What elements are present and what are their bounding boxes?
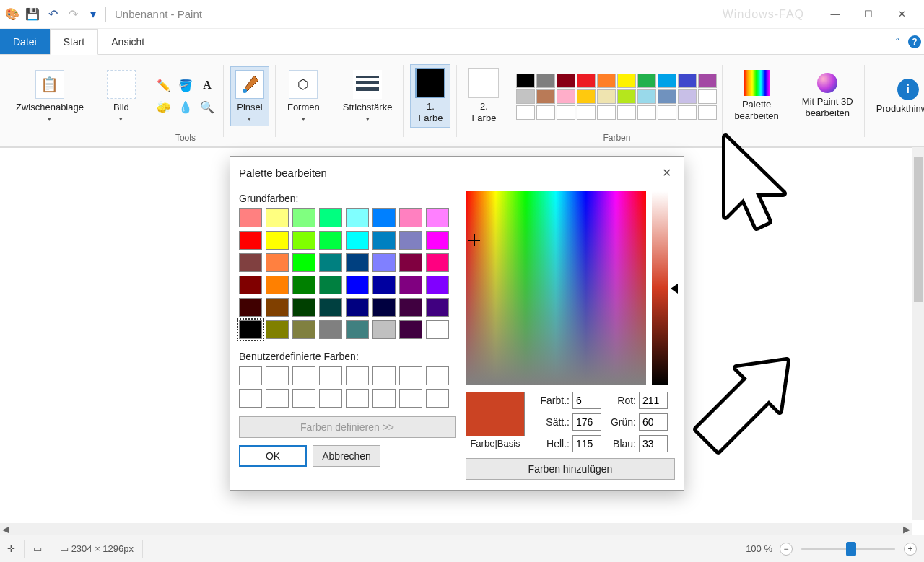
palette-swatch[interactable] (536, 74, 555, 88)
tab-view[interactable]: Ansicht (98, 29, 157, 54)
custom-color-slot[interactable] (239, 389, 262, 408)
basic-color-swatch[interactable] (239, 298, 262, 317)
custom-color-slot[interactable] (319, 366, 342, 385)
basic-color-swatch[interactable] (319, 231, 342, 250)
palette-swatch[interactable] (597, 105, 616, 120)
basic-color-swatch[interactable] (266, 208, 289, 227)
basic-color-swatch[interactable] (239, 208, 262, 227)
redo-icon[interactable]: ↷ (66, 8, 79, 21)
basic-color-swatch[interactable] (266, 298, 289, 317)
basic-color-swatch[interactable] (372, 298, 396, 317)
custom-color-slot[interactable] (372, 389, 396, 408)
custom-color-slot[interactable] (319, 389, 342, 408)
palette-swatch[interactable] (597, 89, 616, 104)
shapes-button[interactable]: ⬡ Formen ▾ (283, 67, 324, 126)
stroke-button[interactable]: Strichstärke ▾ (339, 67, 397, 126)
lum-input[interactable] (572, 435, 601, 452)
hue-input[interactable] (572, 392, 601, 409)
palette-swatch[interactable] (577, 89, 596, 104)
custom-color-slot[interactable] (266, 366, 289, 385)
zoom-slider[interactable] (801, 548, 895, 550)
custom-color-slot[interactable] (292, 389, 315, 408)
basic-color-swatch[interactable] (319, 320, 342, 339)
palette-swatch[interactable] (698, 89, 717, 104)
picker-tool-icon[interactable]: 💧 (176, 97, 195, 116)
basic-color-swatch[interactable] (266, 253, 289, 272)
palette-swatch[interactable] (597, 74, 616, 88)
tab-file[interactable]: Datei (0, 29, 50, 54)
palette-swatch[interactable] (637, 89, 656, 104)
palette-swatch[interactable] (637, 74, 656, 88)
basic-color-swatch[interactable] (292, 253, 315, 272)
custom-color-slot[interactable] (292, 366, 315, 385)
basic-color-swatch[interactable] (239, 276, 262, 294)
basic-color-swatch[interactable] (399, 231, 422, 250)
basic-color-swatch[interactable] (426, 276, 449, 294)
minimize-button[interactable]: — (819, 3, 852, 26)
basic-color-swatch[interactable] (372, 320, 396, 339)
palette-swatch[interactable] (698, 105, 717, 120)
basic-color-swatch[interactable] (426, 231, 449, 250)
eraser-tool-icon[interactable]: 🧽 (154, 97, 173, 116)
basic-color-swatch[interactable] (346, 276, 369, 294)
basic-color-swatch[interactable] (346, 231, 369, 250)
basic-color-swatch[interactable] (292, 208, 315, 227)
save-icon[interactable]: 💾 (26, 8, 39, 21)
green-input[interactable] (639, 413, 668, 431)
basic-color-swatch[interactable] (399, 320, 422, 339)
basic-color-swatch[interactable] (426, 320, 449, 339)
palette-swatch[interactable] (658, 74, 676, 88)
custom-color-slot[interactable] (372, 366, 396, 385)
custom-color-slot[interactable] (346, 389, 369, 408)
palette-swatch[interactable] (577, 74, 596, 88)
custom-color-slot[interactable] (266, 389, 289, 408)
palette-swatch[interactable] (658, 89, 676, 104)
blue-input[interactable] (639, 435, 668, 452)
basic-color-swatch[interactable] (266, 320, 289, 339)
color1-button[interactable]: 1. Farbe (411, 65, 450, 126)
basic-color-swatch[interactable] (292, 231, 315, 250)
palette-swatch[interactable] (678, 105, 697, 120)
palette-swatch[interactable] (678, 74, 697, 88)
basic-color-swatch[interactable] (292, 320, 315, 339)
palette-swatch[interactable] (698, 74, 717, 88)
basic-color-swatch[interactable] (346, 208, 369, 227)
zoom-in-button[interactable]: + (904, 543, 917, 556)
basic-color-swatch[interactable] (426, 253, 449, 272)
zoom-tool-icon[interactable]: 🔍 (198, 97, 217, 116)
brush-button[interactable]: Pinsel ▾ (231, 67, 269, 126)
scroll-right-icon[interactable]: ▶ (901, 523, 912, 535)
color2-button[interactable]: 2. Farbe (464, 65, 503, 126)
palette-swatch[interactable] (577, 105, 596, 120)
add-color-button[interactable]: Farben hinzufügen (466, 458, 675, 480)
close-button[interactable]: ✕ (885, 3, 918, 26)
basic-color-swatch[interactable] (266, 276, 289, 294)
palette-swatch[interactable] (617, 74, 636, 88)
palette-swatch[interactable] (617, 89, 636, 104)
palette-swatch[interactable] (557, 74, 575, 88)
clipboard-button[interactable]: 📋 Zwischenablage ▾ (12, 67, 88, 126)
basic-color-swatch[interactable] (399, 276, 422, 294)
dialog-close-button[interactable]: ✕ (658, 164, 675, 181)
edit-palette-button[interactable]: Palette bearbeiten (730, 67, 783, 124)
palette-swatch[interactable] (678, 89, 697, 104)
basic-color-swatch[interactable] (399, 208, 422, 227)
palette-swatch[interactable] (637, 105, 656, 120)
basic-color-swatch[interactable] (372, 208, 396, 227)
palette-swatch[interactable] (516, 74, 535, 88)
zoom-out-button[interactable]: − (780, 543, 793, 556)
color-spectrum[interactable] (466, 191, 646, 385)
basic-color-swatch[interactable] (372, 276, 396, 294)
basic-color-swatch[interactable] (426, 208, 449, 227)
custom-color-slot[interactable] (426, 366, 449, 385)
image-select-button[interactable]: Bild ▾ (103, 67, 140, 126)
palette-swatch[interactable] (516, 89, 535, 104)
ok-button[interactable]: OK (239, 445, 307, 467)
pencil-tool-icon[interactable]: ✏️ (154, 76, 173, 95)
basic-color-swatch[interactable] (239, 320, 262, 339)
paint3d-button[interactable]: Mit Paint 3D bearbeiten (798, 70, 858, 121)
basic-color-swatch[interactable] (239, 253, 262, 272)
custom-color-slot[interactable] (399, 389, 422, 408)
basic-color-swatch[interactable] (372, 231, 396, 250)
basic-color-swatch[interactable] (319, 253, 342, 272)
